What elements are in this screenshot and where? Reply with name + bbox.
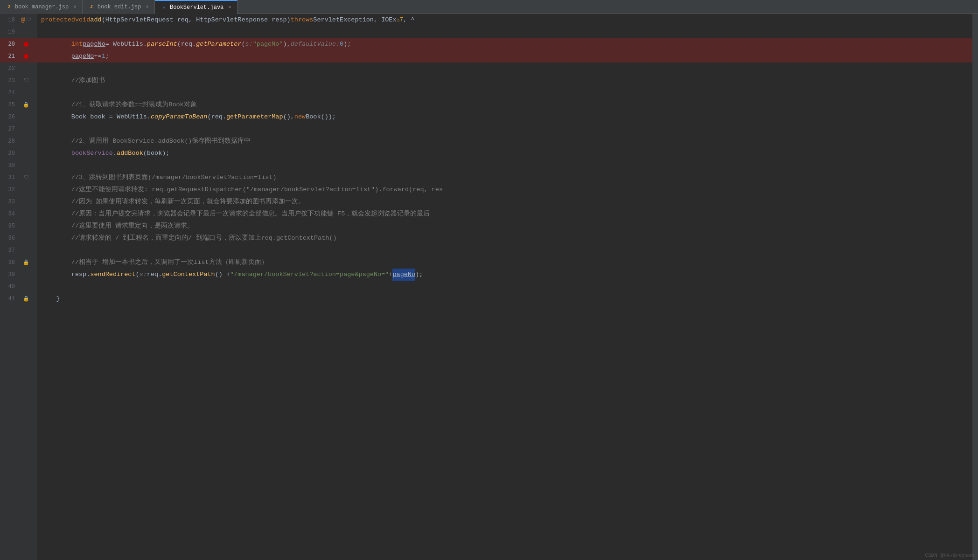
code-line-22 [37, 62, 972, 75]
gutter-icons-25: 🔒 [19, 99, 34, 111]
code-line-25: //1、获取请求的参数==封装成为Book对象 [37, 99, 972, 111]
shield-icon-31: 🛡 [24, 172, 29, 184]
line-num-32: 32 [0, 184, 19, 196]
gutter-row-38: 38 🔒 [0, 256, 37, 269]
keyword-int: int [71, 38, 83, 50]
gutter-row-26: 26 [0, 111, 37, 123]
jsp-icon: J [6, 4, 12, 10]
line-num-23: 23 [0, 75, 19, 87]
comment-33: //因为 如果使用请求转发，每刷新一次页面，就会将要添加的图书再添加一次。 [71, 196, 305, 208]
shield-icon-23: 🛡 [24, 75, 29, 87]
tab-book-edit[interactable]: J book_edit.jsp × [83, 0, 155, 14]
gutter-row-34: 34 [0, 208, 37, 220]
comment-34: //原因：当用户提交完请求，浏览器会记录下最后一次请求的全部信息。当用户按下功能… [71, 208, 430, 220]
keyword-new: new [294, 111, 306, 123]
comment-31: //3、跳转到图书列表页面(/manager/bookServlet?actio… [71, 172, 277, 184]
line-num-40: 40 [0, 281, 19, 293]
method-add: add [90, 14, 101, 26]
breakpoint-20 [24, 42, 28, 47]
line-num-25: 25 [0, 99, 19, 111]
gutter-row-40: 40 [0, 281, 37, 293]
shield-icon-18: 🛡 [26, 14, 31, 26]
gutter-row-41: 41 🔒 [0, 293, 37, 305]
tab-label-3: BookServlet.java [170, 4, 224, 11]
line-num-24: 24 [0, 87, 19, 99]
gutter-icons-38: 🔒 [19, 256, 34, 269]
gutter-row-20: 20 [0, 38, 37, 50]
comment-38: //相当于 增加一本书之后，又调用了一次list方法（即刷新页面） [71, 256, 268, 269]
close-icon-3[interactable]: × [228, 5, 231, 10]
line-num-34: 34 [0, 208, 19, 220]
code-line-28: //2、调用用 BookService.addBook()保存图书到数据库中 [37, 135, 972, 147]
code-content[interactable]: protected void add (HttpServletRequest r… [37, 14, 972, 560]
method-addBook: addBook [117, 147, 143, 159]
gutter-row-24: 24 [0, 87, 37, 99]
breakpoint-21 [24, 54, 28, 59]
line-num-38: 38 [0, 256, 19, 269]
line-num-18: 18 [0, 14, 19, 26]
param-hint-default: defaultValue: [291, 38, 340, 50]
code-line-33: //因为 如果使用请求转发，每刷新一次页面，就会将要添加的图书再添加一次。 [37, 196, 972, 208]
code-line-35: //这里要使用 请求重定向，是两次请求。 [37, 220, 972, 232]
comment-28: //2、调用用 BookService.addBook()保存图书到数据库中 [71, 135, 251, 147]
param-hint-s: s: [245, 38, 253, 50]
gutter-icons-18: @ 🛡 [19, 14, 34, 26]
code-line-36: //请求转发的 / 到工程名，而重定向的/ 到端口号，所以要加上req.getC… [37, 232, 972, 244]
keyword-throws: throws [291, 14, 314, 26]
number-0: 0 [340, 38, 343, 50]
vertical-scrollbar[interactable] [972, 14, 978, 560]
tab-book-manager[interactable]: J book_manager.jsp × [0, 0, 83, 14]
line-num-26: 26 [0, 111, 19, 123]
code-line-29: bookService . addBook (book); [37, 147, 972, 159]
line-num-29: 29 [0, 147, 19, 159]
code-line-27 [37, 123, 972, 135]
line-num-30: 30 [0, 159, 19, 172]
number-1: 1 [102, 50, 105, 62]
code-line-18: protected void add (HttpServletRequest r… [37, 14, 972, 26]
tab-bar: J book_manager.jsp × J book_edit.jsp × ☕… [0, 0, 978, 14]
gutter-icons-20 [19, 42, 34, 47]
gutter-row-36: 36 [0, 232, 37, 244]
line-num-37: 37 [0, 244, 19, 256]
close-icon[interactable]: × [73, 4, 77, 10]
method-parseInt: parseInt [147, 38, 177, 50]
var-pageNo-decl: pageNo [83, 38, 105, 50]
gutter-row-23: 23 🛡 [0, 75, 37, 87]
line-gutter: 18 @ 🛡 19 20 21 22 [0, 14, 37, 560]
java-icon: ☕ [161, 4, 167, 11]
param-hint-s2: s: [140, 269, 147, 281]
lock-icon-25: 🔒 [23, 99, 29, 111]
gutter-row-39: 39 [0, 269, 37, 281]
warning-icon-18: ⚠7 [397, 14, 403, 26]
gutter-row-27: 27 [0, 123, 37, 135]
keyword-protected: protected [41, 14, 75, 26]
gutter-row-22: 22 [0, 62, 37, 75]
comment-25: //1、获取请求的参数==封装成为Book对象 [71, 99, 197, 111]
gutter-row-35: 35 [0, 220, 37, 232]
line-num-31: 31 [0, 172, 19, 184]
gutter-row-29: 29 [0, 147, 37, 159]
gutter-row-28: 28 [0, 135, 37, 147]
code-area: 18 @ 🛡 19 20 21 22 [0, 14, 978, 560]
var-pageNo-inc: pageNo [71, 50, 94, 62]
gutter-row-19: 19 [0, 26, 37, 38]
code-line-21: pageNo += 1 ; [37, 50, 972, 62]
at-marker-18: @ [21, 14, 25, 26]
tab-label: book_manager.jsp [15, 4, 69, 10]
lock-icon-41: 🔒 [23, 293, 29, 305]
line-num-39: 39 [0, 269, 19, 281]
gutter-row-21: 21 [0, 50, 37, 62]
keyword-void: void [75, 14, 90, 26]
method-sendRedirect: sendRedirect [90, 269, 135, 281]
code-line-40 [37, 281, 972, 293]
gutter-row-31: 31 🛡 [0, 172, 37, 184]
method-getContextPath: getContextPath [162, 269, 215, 281]
gutter-icons-41: 🔒 [19, 293, 34, 305]
tab-book-servlet[interactable]: ☕ BookServlet.java × [155, 0, 238, 14]
gutter-row-25: 25 🔒 [0, 99, 37, 111]
line-num-28: 28 [0, 135, 19, 147]
comment-35: //这里要使用 请求重定向，是两次请求。 [71, 220, 194, 232]
code-line-19 [37, 26, 972, 38]
close-icon-2[interactable]: × [146, 4, 149, 10]
method-getParameter: getParameter [196, 38, 241, 50]
